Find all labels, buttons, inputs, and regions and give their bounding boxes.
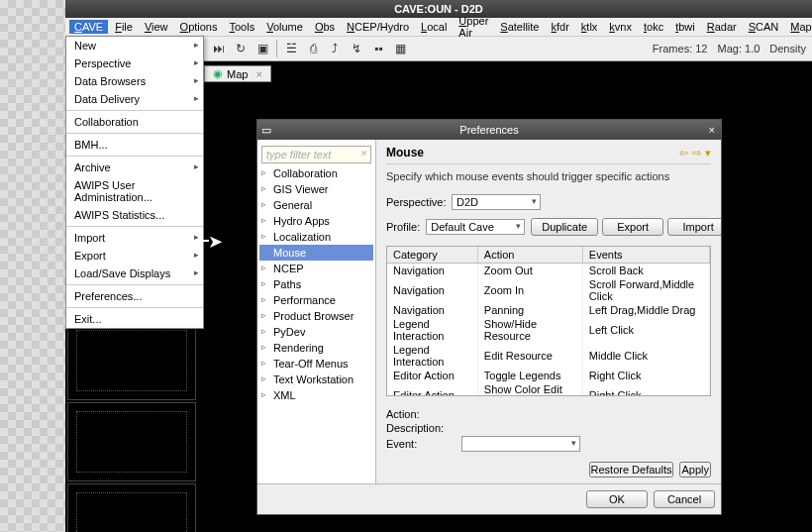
menu-upperair[interactable]: Upper Air <box>454 14 493 40</box>
tree-item-product-browser[interactable]: Product Browser <box>259 308 373 324</box>
menu-file[interactable]: File <box>110 20 138 34</box>
apply-button[interactable]: Apply <box>679 462 711 478</box>
dialog-title: Preferences <box>459 124 518 136</box>
table-row[interactable]: Legend InteractionShow/Hide ResourceLeft… <box>387 317 710 343</box>
frames-label[interactable]: Frames: 12 <box>653 43 708 54</box>
menu-ktlx[interactable]: ktlx <box>576 20 603 34</box>
restore-defaults-button[interactable]: Restore Defaults <box>589 462 674 478</box>
map-thumb[interactable] <box>67 402 196 481</box>
tree-item-ncep[interactable]: NCEP <box>259 261 373 276</box>
tree-item-gis-viewer[interactable]: GIS Viewer <box>259 181 373 197</box>
menu-icon[interactable]: ▾ <box>705 147 711 160</box>
mag-label[interactable]: Mag: 1.0 <box>718 43 761 54</box>
profile-label: Profile: <box>386 221 420 233</box>
menu-tokc[interactable]: tokc <box>639 20 668 34</box>
profile-combo[interactable]: Default Cave <box>426 219 525 235</box>
tree-item-paths[interactable]: Paths <box>259 276 373 292</box>
menu-kvnx[interactable]: kvnx <box>604 20 637 34</box>
duplicate-button[interactable]: Duplicate <box>531 218 598 236</box>
tree-item-collaboration[interactable]: Collaboration <box>259 165 373 181</box>
menu-volume[interactable]: Volume <box>261 20 308 34</box>
tree-item-performance[interactable]: Performance <box>259 292 373 308</box>
filter-input[interactable]: type filter text <box>261 146 371 163</box>
print-icon[interactable]: ⎙ <box>305 41 321 56</box>
menu-satellite[interactable]: Satellite <box>495 20 544 34</box>
stop-icon[interactable]: ▣ <box>254 41 270 56</box>
layers-icon[interactable]: ☱ <box>283 41 299 56</box>
menu-item-perspective[interactable]: Perspective <box>66 54 203 72</box>
cancel-button[interactable]: Cancel <box>654 490 715 508</box>
menu-item-load-save-displays[interactable]: Load/Save Displays <box>66 265 203 282</box>
menu-ncephydro[interactable]: NCEP/Hydro <box>342 20 414 34</box>
table-row[interactable]: Editor ActionToggle LegendsRight Click <box>387 369 710 382</box>
export-icon[interactable]: ⤴ <box>327 41 343 56</box>
menu-item-collaboration[interactable]: Collaboration <box>66 113 203 131</box>
perspective-combo[interactable]: D2D <box>452 194 541 210</box>
menu-item-archive[interactable]: Archive <box>66 159 203 176</box>
tree-item-xml[interactable]: XML <box>259 387 373 403</box>
menu-local[interactable]: Local <box>416 20 452 34</box>
menu-item-import[interactable]: Import <box>66 229 203 247</box>
preferences-dialog: ▭ Preferences × type filter text Collabo… <box>256 119 722 515</box>
dialog-icon: ▭ <box>261 120 271 140</box>
tree-item-hydro-apps[interactable]: Hydro Apps <box>259 213 373 229</box>
tree-item-mouse[interactable]: Mouse <box>259 245 373 261</box>
tree-item-general[interactable]: General <box>259 197 373 213</box>
grid-icon[interactable]: ▪▪ <box>370 41 386 56</box>
menu-cave[interactable]: CAVE <box>69 20 108 34</box>
menu-item-preferences---[interactable]: Preferences... <box>66 287 203 305</box>
tiles-icon[interactable]: ▦ <box>392 41 408 56</box>
table-row[interactable]: NavigationZoom OutScroll Back <box>387 264 710 278</box>
page-description: Specify which mouse events should trigge… <box>386 170 711 182</box>
menu-tools[interactable]: Tools <box>224 20 259 34</box>
table-row[interactable]: NavigationPanningLeft Drag,Middle Drag <box>387 303 710 317</box>
menu-scan[interactable]: SCAN <box>744 20 784 34</box>
table-row[interactable]: NavigationZoom InScroll Forward,Middle C… <box>387 277 710 303</box>
description-label: Description: <box>386 422 456 434</box>
menu-item-export[interactable]: Export <box>66 247 203 265</box>
export-button[interactable]: Export <box>602 218 663 236</box>
col-events[interactable]: Events <box>582 247 709 264</box>
table-row[interactable]: Legend InteractionEdit ResourceMiddle Cl… <box>387 343 710 369</box>
actions-table[interactable]: CategoryActionEventsNavigationZoom OutSc… <box>386 246 711 396</box>
action-label: Action: <box>386 408 456 420</box>
menu-item-new[interactable]: New <box>66 37 203 54</box>
tree-item-localization[interactable]: Localization <box>259 229 373 245</box>
perspective-label: Perspective: <box>386 196 446 208</box>
tree-item-tear-off-menus[interactable]: Tear-Off Menus <box>259 356 373 372</box>
back-icon[interactable]: ⇦ <box>679 147 688 160</box>
tree-item-rendering[interactable]: Rendering <box>259 340 373 356</box>
menu-maps[interactable]: Maps <box>785 20 812 34</box>
loop-icon[interactable]: ↻ <box>233 41 249 56</box>
table-row[interactable]: Editor ActionShow Color Edit dialogRight… <box>387 382 710 396</box>
last-icon[interactable]: ⏭ <box>211 41 227 56</box>
col-category[interactable]: Category <box>387 247 477 264</box>
menu-item-exit---[interactable]: Exit... <box>66 310 203 328</box>
map-tab[interactable]: ◉ Map × <box>204 65 271 82</box>
menu-kfdr[interactable]: kfdr <box>546 20 573 34</box>
menu-item-data-delivery[interactable]: Data Delivery <box>66 90 203 108</box>
menu-item-awips-statistics---[interactable]: AWIPS Statistics... <box>66 206 203 224</box>
event-combo[interactable] <box>461 436 580 452</box>
map-thumb[interactable] <box>67 483 196 532</box>
import-button[interactable]: Import <box>667 218 721 236</box>
menu-obs[interactable]: Obs <box>310 20 340 34</box>
menu-options[interactable]: Options <box>175 20 223 34</box>
menu-view[interactable]: View <box>140 20 173 34</box>
dialog-close-icon[interactable]: × <box>709 120 715 140</box>
fwd-icon[interactable]: ⇨ <box>692 147 701 160</box>
ok-button[interactable]: OK <box>586 490 648 508</box>
col-action[interactable]: Action <box>477 247 582 264</box>
menu-tbwi[interactable]: tbwi <box>670 20 700 34</box>
menu-item-awips-user-administration---[interactable]: AWIPS User Administration... <box>66 176 203 206</box>
menu-radar[interactable]: Radar <box>702 20 742 34</box>
lasso-icon[interactable]: ↯ <box>349 41 364 56</box>
menu-item-bmh---[interactable]: BMH... <box>66 136 203 154</box>
toolbar-status: Frames: 12 Mag: 1.0 Density <box>653 43 806 54</box>
tree-item-pydev[interactable]: PyDev <box>259 324 373 340</box>
close-tab-icon[interactable]: × <box>255 68 261 80</box>
map-thumb[interactable] <box>67 321 196 400</box>
menu-item-data-browsers[interactable]: Data Browsers <box>66 72 203 90</box>
density-label[interactable]: Density <box>769 43 806 54</box>
tree-item-text-workstation[interactable]: Text Workstation <box>259 372 373 387</box>
